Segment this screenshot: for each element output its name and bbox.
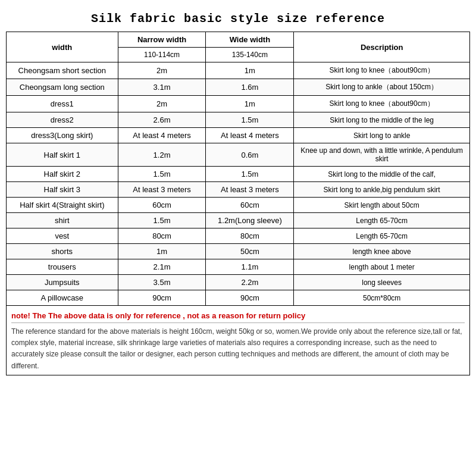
header-wide: Wide width <box>206 32 294 48</box>
cell-width: Half skirt 1 <box>7 143 118 167</box>
cell-wide: At least 3 meters <box>206 182 294 198</box>
subheader-wide: 135-140cm <box>206 48 294 62</box>
cell-narrow: 1m <box>118 244 206 259</box>
header-description: Description <box>294 32 470 62</box>
cell-description: long sleeves <box>294 275 470 290</box>
table-row: Half skirt 11.2m0.6mKnee up and down, wi… <box>7 143 470 167</box>
cell-wide: 1.1m <box>206 259 294 275</box>
cell-narrow: 80cm <box>118 228 206 244</box>
table-row: dress3(Long skirt)At least 4 metersAt le… <box>7 128 470 143</box>
cell-description: Skirt long to the middle of the leg <box>294 112 470 128</box>
cell-wide: At least 4 meters <box>206 128 294 143</box>
cell-narrow: 1.5m <box>118 213 206 228</box>
cell-width: Cheongsam long section <box>7 79 118 96</box>
table-row: Jumpsuits3.5m2.2mlong sleeves <box>7 275 470 290</box>
table-row: vest80cm80cmLength 65-70cm <box>7 228 470 244</box>
cell-narrow: 2.1m <box>118 259 206 275</box>
cell-narrow: 2m <box>118 62 206 79</box>
cell-width: dress2 <box>7 112 118 128</box>
cell-narrow: 60cm <box>118 198 206 213</box>
cell-width: dress1 <box>7 96 118 112</box>
cell-wide: 1m <box>206 96 294 112</box>
cell-description: Skirt length about 50cm <box>294 198 470 213</box>
note-red-text: note! The The above data is only for ref… <box>11 309 465 323</box>
cell-wide: 1m <box>206 62 294 79</box>
table-row: shirt1.5m1.2m(Long sleeve)Length 65-70cm <box>7 213 470 228</box>
note-body-text: The reference standard for the above mat… <box>11 326 465 372</box>
cell-description: Skirt long to knee（about90cm） <box>294 62 470 79</box>
cell-description: length about 1 meter <box>294 259 470 275</box>
cell-description: Skirt long to ankle <box>294 128 470 143</box>
cell-description: 50cm*80cm <box>294 290 470 306</box>
cell-narrow: 1.5m <box>118 167 206 182</box>
cell-wide: 1.5m <box>206 112 294 128</box>
cell-width: Cheongsam short section <box>7 62 118 79</box>
cell-description: Length 65-70cm <box>294 213 470 228</box>
table-row: Half skirt 3At least 3 metersAt least 3 … <box>7 182 470 198</box>
main-title: Silk fabric basic style size reference <box>6 6 470 32</box>
table-row: dress22.6m1.5mSkirt long to the middle o… <box>7 112 470 128</box>
note-section: note! The The above data is only for ref… <box>6 306 470 375</box>
cell-width: Half skirt 3 <box>7 182 118 198</box>
cell-width: trousers <box>7 259 118 275</box>
cell-width: shirt <box>7 213 118 228</box>
cell-width: shorts <box>7 244 118 259</box>
table-header-row: width Narrow width Wide width Descriptio… <box>7 32 470 48</box>
cell-narrow: 1.2m <box>118 143 206 167</box>
table-row: trousers2.1m1.1mlength about 1 meter <box>7 259 470 275</box>
table-row: Cheongsam short section2m1mSkirt long to… <box>7 62 470 79</box>
cell-description: Skirt long to ankle,big pendulum skirt <box>294 182 470 198</box>
cell-narrow: 90cm <box>118 290 206 306</box>
cell-narrow: 2m <box>118 96 206 112</box>
cell-description: Skirt long to knee（about90cm） <box>294 96 470 112</box>
cell-narrow: At least 3 meters <box>118 182 206 198</box>
cell-description: Skirt long to the middle of the calf, <box>294 167 470 182</box>
cell-width: Half skirt 4(Straight skirt) <box>7 198 118 213</box>
cell-description: Knee up and down, with a little wrinkle,… <box>294 143 470 167</box>
cell-narrow: 2.6m <box>118 112 206 128</box>
table-row: A pillowcase90cm90cm50cm*80cm <box>7 290 470 306</box>
header-width: width <box>7 32 118 62</box>
table-row: shorts1m50cmlength knee above <box>7 244 470 259</box>
subheader-narrow: 110-114cm <box>118 48 206 62</box>
header-narrow: Narrow width <box>118 32 206 48</box>
cell-wide: 60cm <box>206 198 294 213</box>
cell-narrow: At least 4 meters <box>118 128 206 143</box>
cell-wide: 90cm <box>206 290 294 306</box>
cell-wide: 1.2m(Long sleeve) <box>206 213 294 228</box>
cell-width: A pillowcase <box>7 290 118 306</box>
cell-description: Skirt long to ankle（about 150cm） <box>294 79 470 96</box>
size-reference-table: width Narrow width Wide width Descriptio… <box>6 32 470 306</box>
cell-description: Length 65-70cm <box>294 228 470 244</box>
cell-narrow: 3.1m <box>118 79 206 96</box>
table-row: Half skirt 4(Straight skirt)60cm60cmSkir… <box>7 198 470 213</box>
cell-wide: 80cm <box>206 228 294 244</box>
cell-wide: 0.6m <box>206 143 294 167</box>
cell-wide: 1.5m <box>206 167 294 182</box>
page-wrapper: Silk fabric basic style size reference w… <box>0 0 476 381</box>
cell-width: Half skirt 2 <box>7 167 118 182</box>
cell-wide: 50cm <box>206 244 294 259</box>
cell-narrow: 3.5m <box>118 275 206 290</box>
table-body: Cheongsam short section2m1mSkirt long to… <box>7 62 470 306</box>
cell-width: dress3(Long skirt) <box>7 128 118 143</box>
table-row: Half skirt 21.5m1.5mSkirt long to the mi… <box>7 167 470 182</box>
cell-width: Jumpsuits <box>7 275 118 290</box>
cell-description: length knee above <box>294 244 470 259</box>
cell-width: vest <box>7 228 118 244</box>
table-row: dress12m1mSkirt long to knee（about90cm） <box>7 96 470 112</box>
cell-wide: 1.6m <box>206 79 294 96</box>
cell-wide: 2.2m <box>206 275 294 290</box>
table-row: Cheongsam long section3.1m1.6mSkirt long… <box>7 79 470 96</box>
